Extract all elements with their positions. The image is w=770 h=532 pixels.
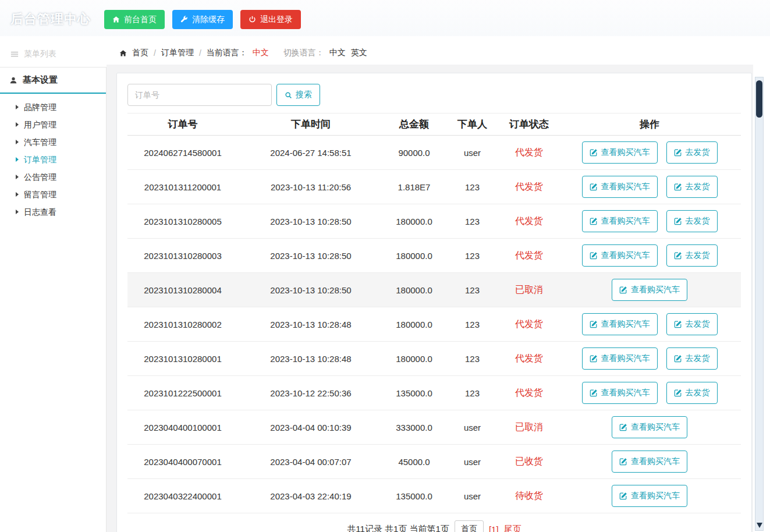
front-home-label: 前台首页 [124,15,157,25]
sidebar-item-announcements[interactable]: 公告管理 [0,168,106,186]
edit-icon [674,217,682,225]
order-no-cell: 2023101310280005 [127,204,238,239]
edit-icon [674,354,682,363]
status-cell: 代发货 [500,376,558,410]
view-purchased-cars-button[interactable]: 查看购买汽车 [582,382,658,404]
home-icon [112,16,120,23]
status-cell: 已取消 [500,273,558,307]
logout-button[interactable]: 退出登录 [240,10,301,29]
col-header-order-time: 下单时间 [238,114,384,136]
go-ship-button[interactable]: 去发货 [666,382,718,404]
order-time-cell: 2023-04-03 22:40:19 [238,479,384,513]
sidebar-section-basic-settings[interactable]: 基本设置 [0,68,106,94]
sidebar-item-label: 留言管理 [24,190,56,199]
action-button-label: 去发货 [686,319,710,329]
action-button-label: 查看购买汽车 [631,491,680,501]
edit-icon [590,251,598,260]
language-en-link[interactable]: 英文 [351,48,367,58]
go-ship-button[interactable]: 去发货 [666,210,718,232]
current-language-value: 中文 [253,48,269,58]
order-time-cell: 2023-04-04 00:07:07 [238,445,384,479]
order-time-cell: 2023-10-12 22:50:36 [238,376,384,410]
scrollbar-thumb[interactable] [756,80,762,118]
caret-right-icon [16,105,19,109]
breadcrumb-section-link[interactable]: 订单管理 [161,48,194,58]
sidebar-item-label: 用户管理 [24,120,56,129]
scrollbar-track[interactable] [755,77,764,531]
clear-cache-label: 清除缓存 [192,15,225,25]
action-button-label: 查看购买汽车 [601,319,650,329]
action-button-label: 查看购买汽车 [601,147,650,158]
action-button-label: 去发货 [686,250,710,261]
go-ship-button[interactable]: 去发货 [666,141,718,164]
sidebar-item-brands[interactable]: 品牌管理 [0,98,106,116]
edit-icon [590,183,598,191]
switch-language-label: 切换语言： [283,48,324,58]
status-cell: 代发货 [500,170,558,204]
view-purchased-cars-button[interactable]: 查看购买汽车 [582,347,658,370]
amount-cell: 90000.0 [384,136,445,170]
table-row: 2023101311200001 2023-10-13 11:20:56 1.8… [127,170,741,204]
action-button-label: 去发货 [686,147,710,158]
edit-icon [674,148,682,157]
view-purchased-cars-button[interactable]: 查看购买汽车 [582,210,658,232]
sidebar: 基本设置 品牌管理 用户管理 汽车管理 订单管理 公告管理 留言管理 日志查看 [0,67,107,532]
view-purchased-cars-button[interactable]: 查看购买汽车 [582,313,658,335]
go-ship-button[interactable]: 去发货 [666,176,718,198]
sidebar-item-cars[interactable]: 汽车管理 [0,133,106,151]
sidebar-item-messages[interactable]: 留言管理 [0,186,106,203]
app-title: 后台管理中心 [10,10,91,28]
orders-tbody: 2024062714580001 2024-06-27 14:58:51 900… [127,136,741,513]
last-page-link[interactable]: 尾页 [504,524,521,532]
view-purchased-cars-button[interactable]: 查看购买汽车 [582,141,658,164]
breadcrumb-home-link[interactable]: 首页 [132,48,148,58]
order-no-cell: 2023101310280002 [127,307,238,342]
order-no-cell: 2023040400100001 [127,410,238,445]
edit-icon [590,320,598,328]
amount-cell: 1.818E7 [384,170,445,204]
actions-cell: 查看购买汽车 去发货 [558,376,741,410]
view-purchased-cars-button[interactable]: 查看购买汽车 [612,416,687,438]
edit-icon [674,183,682,191]
sidebar-item-users[interactable]: 用户管理 [0,116,106,133]
view-purchased-cars-button[interactable]: 查看购买汽车 [612,485,687,507]
go-ship-button[interactable]: 去发货 [666,244,718,267]
edit-icon [619,457,627,466]
sidebar-section-title: 基本设置 [23,75,58,86]
view-purchased-cars-button[interactable]: 查看购买汽车 [582,244,658,267]
view-purchased-cars-button[interactable]: 查看购买汽车 [612,451,687,473]
actions-cell: 查看购买汽车 去发货 [558,342,741,376]
order-time-cell: 2023-10-13 10:28:48 [238,342,384,376]
buyer-cell: 123 [445,239,500,273]
buyer-cell: 123 [445,342,500,376]
language-zh-link[interactable]: 中文 [329,48,346,58]
front-home-button[interactable]: 前台首页 [104,10,165,29]
current-page-indicator[interactable]: [1] [489,524,499,532]
view-purchased-cars-button[interactable]: 查看购买汽车 [582,176,658,198]
pagination-summary: 共11记录 共1页 当前第1页 [347,524,449,532]
view-purchased-cars-button[interactable]: 查看购买汽车 [612,279,687,301]
action-button-label: 去发货 [686,353,710,364]
order-no-search-input[interactable] [127,84,272,106]
caret-right-icon [16,122,19,127]
buyer-cell: user [445,136,500,170]
first-page-button[interactable]: 首页 [455,520,484,532]
edit-icon [619,286,627,294]
table-row: 2023101310280001 2023-10-13 10:28:48 180… [127,342,741,376]
caret-right-icon [16,157,19,162]
go-ship-button[interactable]: 去发货 [666,313,718,335]
actions-cell: 查看购买汽车 去发货 [558,136,741,170]
action-button-label: 查看购买汽车 [631,456,680,467]
clear-cache-button[interactable]: 清除缓存 [172,10,233,29]
sidebar-item-orders[interactable]: 订单管理 [0,151,106,168]
scrollbar-down-arrow[interactable] [757,523,762,528]
order-time-cell: 2023-10-13 11:20:56 [238,170,384,204]
sidebar-item-logs[interactable]: 日志查看 [0,203,106,221]
action-button-label: 查看购买汽车 [631,285,680,295]
actions-cell: 查看购买汽车 [558,445,741,479]
amount-cell: 180000.0 [384,342,445,376]
sidebar-item-label: 日志查看 [24,207,56,217]
go-ship-button[interactable]: 去发货 [666,347,718,370]
search-button[interactable]: 搜索 [276,84,320,106]
col-header-actions: 操作 [558,114,741,136]
